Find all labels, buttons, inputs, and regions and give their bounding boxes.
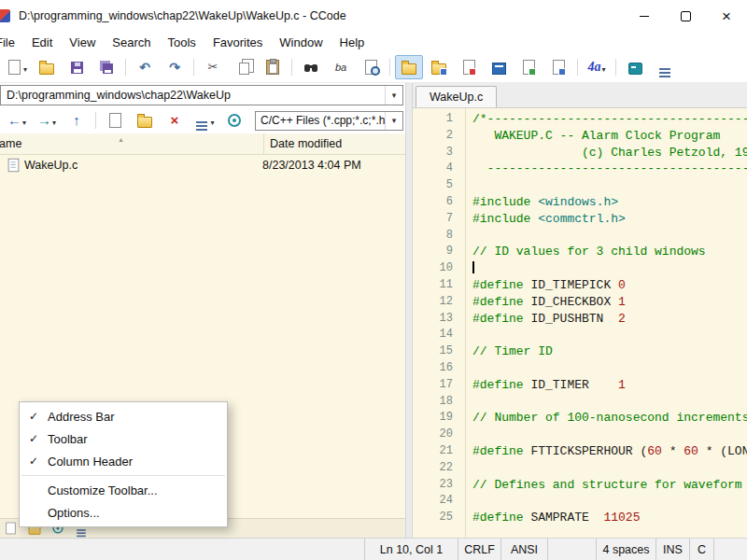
cut-button[interactable]: ✂ — [199, 55, 227, 79]
context-menu-item-toolbar[interactable]: Toolbar — [20, 427, 227, 450]
menu-tools[interactable]: Tools — [160, 34, 204, 51]
code-line: 2 WAKEUP.C -- Alarm Clock Program — [413, 128, 747, 145]
line-text: #define ID_PUSHBTN 2 — [465, 311, 626, 328]
file-row[interactable]: WakeUp.c8/23/2013 4:04 PM — [0, 155, 405, 175]
view-mode-icon — [196, 121, 207, 123]
close-file-icon — [463, 60, 475, 75]
line-number: 10 — [413, 260, 465, 277]
close-file-button[interactable] — [455, 55, 483, 79]
code-line: 7#include <commctrl.h> — [413, 211, 747, 228]
new-file-button[interactable] — [3, 55, 31, 79]
code-line: 24 — [413, 493, 747, 510]
column-name-label: Name — [0, 137, 21, 150]
back-button[interactable]: ← — [3, 108, 31, 133]
menu-file[interactable]: File — [0, 34, 23, 51]
panel-splitter[interactable] — [405, 83, 413, 538]
menu-help[interactable]: Help — [331, 34, 374, 51]
line-number: 16 — [413, 360, 465, 377]
code-line: 13#define ID_PUSHBTN 2 — [413, 311, 747, 328]
filter-sync-icon — [228, 114, 241, 127]
terminal-button[interactable] — [621, 55, 649, 79]
menu-favorites[interactable]: Favorites — [204, 34, 271, 51]
file-filter-dropdown-button[interactable] — [385, 112, 402, 130]
view-mode-button[interactable] — [190, 108, 218, 133]
redo-button[interactable]: ↷ — [161, 55, 189, 79]
project-panel-button[interactable] — [425, 55, 453, 79]
check-icon — [20, 455, 48, 468]
menu-window[interactable]: Window — [271, 34, 331, 51]
address-bar[interactable]: D:\programming_windows\chap22\WakeUp — [0, 85, 403, 105]
symbols-panel-button[interactable] — [514, 55, 543, 79]
file-filter-value[interactable]: C/C++ Files (*.cpp;*.c;*.h;*.c) — [256, 114, 385, 127]
line-text: #define SAMPRATE 11025 — [465, 510, 640, 526]
line-number: 7 — [413, 211, 465, 228]
line-text — [465, 260, 474, 277]
code-line: 19// Number of 100-nanosecond increments… — [413, 410, 747, 427]
files-tab-button[interactable] — [3, 521, 19, 536]
find-button[interactable] — [297, 55, 325, 79]
code-line: 3 (c) Charles Petzold, 1998 — [413, 145, 747, 161]
paste-icon — [266, 60, 279, 75]
menu-edit[interactable]: Edit — [23, 34, 61, 51]
view-lines-button[interactable] — [651, 55, 679, 79]
line-text: // Defines and structure for waveform "f… — [465, 477, 747, 494]
minimize-button[interactable] — [624, 0, 665, 32]
code-editor[interactable]: 1/*-------------------------------------… — [413, 108, 747, 538]
file-filter-combo[interactable]: C/C++ Files (*.cpp;*.c;*.h;*.c) — [255, 111, 403, 131]
context-menu-item-customize-toolbar[interactable]: Customize Toolbar... — [20, 479, 227, 501]
undo-button[interactable]: ↶ — [131, 55, 159, 79]
menu-search[interactable]: Search — [104, 34, 159, 51]
chevron-down-icon — [51, 114, 56, 128]
address-bar-value[interactable]: D:\programming_windows\chap22\WakeUp — [1, 89, 385, 102]
context-menu-item-column-header[interactable]: Column Header — [20, 450, 227, 472]
column-header-name[interactable]: Name — [0, 133, 264, 154]
up-icon: ↑ — [73, 113, 80, 128]
code-line: 23// Defines and structure for waveform … — [413, 477, 747, 494]
address-dropdown-button[interactable] — [385, 86, 402, 105]
close-button[interactable] — [706, 0, 747, 32]
menu-bar: FileEditViewSearchToolsFavoritesWindowHe… — [0, 32, 747, 52]
forward-button[interactable]: → — [33, 108, 61, 133]
code-line: 12#define ID_CHECKBOX 1 — [413, 294, 747, 311]
copy-button[interactable] — [229, 55, 257, 79]
line-text: #define ID_CHECKBOX 1 — [465, 294, 626, 311]
paste-button[interactable] — [259, 55, 287, 79]
line-number: 5 — [413, 177, 465, 194]
font-icon: 4a — [587, 60, 600, 75]
check-icon — [20, 410, 48, 423]
replace-button[interactable]: ba — [327, 55, 355, 79]
line-text: ----------------------------------------… — [465, 161, 747, 177]
save-button[interactable] — [63, 55, 91, 79]
find-in-files-button[interactable] — [357, 55, 385, 79]
new-folder-button[interactable] — [131, 108, 159, 133]
code-line: 25#define SAMPRATE 11025 — [413, 510, 747, 526]
file-browser-button[interactable] — [395, 55, 423, 79]
filter-sync-button[interactable] — [220, 108, 248, 133]
column-header-date[interactable]: Date modified — [264, 133, 405, 154]
context-menu-item-options[interactable]: Options... — [20, 501, 227, 524]
menu-view[interactable]: View — [61, 34, 104, 51]
delete-button[interactable]: × — [161, 108, 189, 133]
open-file-button[interactable] — [33, 55, 61, 79]
status-cursor-position: Ln 10, Col 1 — [364, 539, 458, 560]
output-panel-button[interactable] — [485, 55, 513, 79]
save-all-button[interactable] — [92, 55, 120, 79]
line-text — [465, 177, 472, 194]
font-button[interactable]: 4a — [583, 55, 611, 79]
editor-tab-label: WakeUp.c — [430, 91, 483, 104]
switch-header-button[interactable] — [544, 55, 572, 79]
line-number: 3 — [413, 145, 465, 161]
app-window: D:\programming_windows\chap22\WakeUp\Wak… — [0, 0, 747, 560]
line-number: 23 — [413, 477, 465, 494]
context-menu-item-address-bar[interactable]: Address Bar — [20, 405, 227, 427]
line-text — [465, 228, 472, 245]
new-file-button[interactable] — [101, 108, 129, 133]
editor-tab-wakeup[interactable]: WakeUp.c — [416, 86, 497, 107]
line-number: 8 — [413, 228, 465, 245]
chevron-down-icon — [22, 61, 27, 75]
maximize-button[interactable] — [665, 0, 706, 32]
toolbar-separator — [615, 59, 616, 76]
up-button[interactable]: ↑ — [63, 108, 91, 133]
code-line: 20 — [413, 427, 747, 443]
code-line: 18 — [413, 394, 747, 411]
